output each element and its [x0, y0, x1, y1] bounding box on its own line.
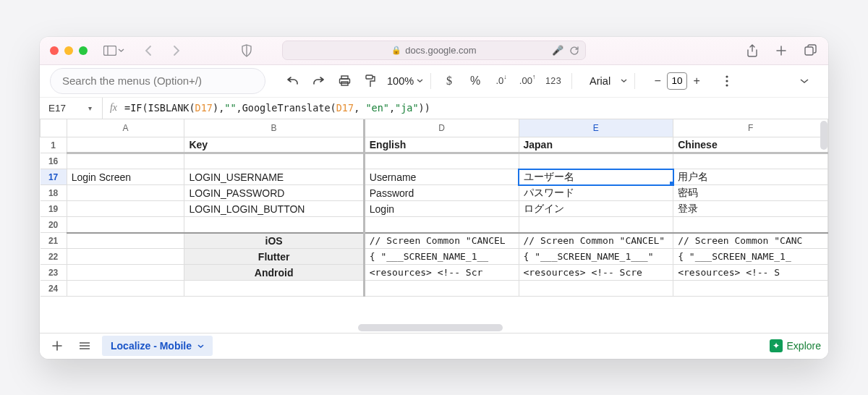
- formula-input[interactable]: =IF(ISBLANK(D17),"",GoogleTranslate(D17,…: [124, 102, 430, 114]
- select-all-corner[interactable]: [41, 119, 67, 137]
- column-header-A[interactable]: A: [67, 119, 184, 137]
- font-select[interactable]: Arial: [582, 75, 618, 87]
- cell[interactable]: [184, 153, 364, 169]
- more-toolbar-button[interactable]: [716, 70, 738, 92]
- cell[interactable]: [364, 153, 519, 169]
- minimize-window-button[interactable]: [64, 46, 73, 55]
- more-formats-button[interactable]: 123: [542, 70, 564, 92]
- cell[interactable]: [673, 153, 828, 169]
- share-icon[interactable]: [744, 43, 760, 59]
- reload-icon[interactable]: [569, 46, 579, 56]
- column-header-B[interactable]: B: [184, 119, 364, 137]
- cell[interactable]: // Screen Common "CANC: [673, 233, 828, 249]
- menu-search-input[interactable]: Search the menus (Option+/): [50, 68, 265, 94]
- cell[interactable]: <resources> <!-- Scr: [364, 265, 519, 281]
- microphone-icon[interactable]: 🎤: [552, 45, 563, 56]
- add-sheet-button[interactable]: [47, 336, 67, 356]
- row-header[interactable]: 21: [41, 233, 67, 249]
- all-sheets-button[interactable]: [75, 336, 95, 356]
- cell[interactable]: [364, 217, 519, 233]
- row-header[interactable]: 18: [41, 185, 67, 201]
- new-tab-icon[interactable]: [773, 43, 789, 59]
- row-header[interactable]: 1: [41, 137, 67, 153]
- back-button[interactable]: [140, 43, 156, 59]
- row-header[interactable]: 16: [41, 153, 67, 169]
- cell[interactable]: 密码: [673, 185, 828, 201]
- zoom-select[interactable]: 100%: [387, 75, 414, 87]
- spreadsheet-grid[interactable]: A B D E F 1 Key English Japan Chinese 16…: [40, 119, 828, 333]
- redo-button[interactable]: [307, 70, 329, 92]
- cell[interactable]: // Screen Common "CANCEL": [519, 233, 673, 249]
- sheet-tab[interactable]: Localize - Mobile: [102, 336, 213, 356]
- currency-button[interactable]: $: [438, 70, 460, 92]
- column-header-F[interactable]: F: [673, 119, 828, 137]
- cell[interactable]: パスワード: [519, 185, 673, 201]
- cell[interactable]: [67, 137, 184, 153]
- cell[interactable]: [673, 217, 828, 233]
- cell[interactable]: 登录: [673, 201, 828, 217]
- cell[interactable]: { "___SCREEN_NAME_1___": [519, 249, 673, 265]
- font-size-input[interactable]: 10: [667, 72, 687, 90]
- cell[interactable]: [364, 281, 519, 297]
- cell[interactable]: Key: [184, 137, 364, 153]
- cell[interactable]: [67, 217, 184, 233]
- url-bar[interactable]: 🔒 docs.google.com 🎤: [282, 41, 586, 60]
- cell[interactable]: [67, 153, 184, 169]
- cell[interactable]: Login: [364, 201, 519, 217]
- cell[interactable]: [67, 249, 184, 265]
- cell[interactable]: { "___SCREEN_NAME_1_: [673, 249, 828, 265]
- cell[interactable]: <resources> <!-- S: [673, 265, 828, 281]
- cell[interactable]: LOGIN_PASSWORD: [184, 185, 364, 201]
- collapse-toolbar-button[interactable]: [793, 70, 815, 92]
- percent-button[interactable]: %: [464, 70, 486, 92]
- increase-font-size-button[interactable]: +: [687, 72, 706, 90]
- column-header-D[interactable]: D: [364, 119, 519, 137]
- paint-format-button[interactable]: [359, 70, 381, 92]
- name-box[interactable]: E17 ▾: [40, 103, 102, 114]
- cell[interactable]: // Screen Common "CANCEL: [364, 233, 519, 249]
- cell[interactable]: Japan: [519, 137, 673, 153]
- privacy-shield-icon[interactable]: [239, 43, 255, 59]
- row-header[interactable]: 17: [41, 169, 67, 185]
- cell[interactable]: [67, 265, 184, 281]
- horizontal-scrollbar[interactable]: [358, 324, 503, 331]
- row-header[interactable]: 23: [41, 265, 67, 281]
- cell[interactable]: [519, 153, 673, 169]
- cell[interactable]: { "___SCREEN_NAME_1__: [364, 249, 519, 265]
- cell[interactable]: Flutter: [184, 249, 364, 265]
- cell[interactable]: ログイン: [519, 201, 673, 217]
- cell[interactable]: [519, 281, 673, 297]
- explore-button[interactable]: ✦ Explore: [770, 339, 821, 352]
- cell[interactable]: [519, 217, 673, 233]
- increase-decimal-button[interactable]: .00↑: [516, 70, 538, 92]
- cell[interactable]: LOGIN_USERNAME: [184, 169, 364, 185]
- cell[interactable]: [67, 185, 184, 201]
- cell[interactable]: Chinese: [673, 137, 828, 153]
- cell[interactable]: Login Screen: [67, 169, 184, 185]
- cell[interactable]: [184, 281, 364, 297]
- row-header[interactable]: 24: [41, 281, 67, 297]
- maximize-window-button[interactable]: [79, 46, 88, 55]
- row-header[interactable]: 22: [41, 249, 67, 265]
- cell[interactable]: [67, 201, 184, 217]
- forward-button[interactable]: [168, 43, 184, 59]
- print-button[interactable]: [333, 70, 355, 92]
- sidebar-toggle[interactable]: [103, 46, 124, 56]
- cell[interactable]: ユーザー名: [519, 169, 673, 185]
- cell[interactable]: [67, 281, 184, 297]
- cell[interactable]: English: [364, 137, 519, 153]
- cell[interactable]: Password: [364, 185, 519, 201]
- decrease-decimal-button[interactable]: .0↓: [490, 70, 512, 92]
- cell[interactable]: <resources> <!-- Scre: [519, 265, 673, 281]
- cell[interactable]: [673, 281, 828, 297]
- close-window-button[interactable]: [50, 46, 59, 55]
- column-header-E[interactable]: E: [519, 119, 673, 137]
- vertical-scrollbar[interactable]: [820, 121, 827, 150]
- cell[interactable]: iOS: [184, 233, 364, 249]
- cell[interactable]: Android: [184, 265, 364, 281]
- tabs-overview-icon[interactable]: [802, 43, 818, 59]
- cell[interactable]: [184, 217, 364, 233]
- cell[interactable]: Username: [364, 169, 519, 185]
- row-header[interactable]: 20: [41, 217, 67, 233]
- cell[interactable]: [67, 233, 184, 249]
